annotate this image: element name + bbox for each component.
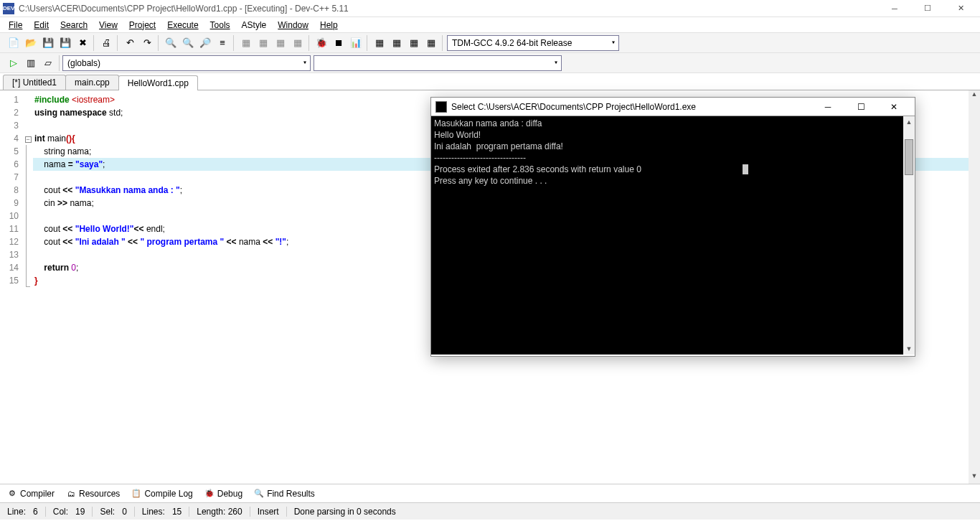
forward-icon[interactable]: ▥ <box>23 55 39 71</box>
tab-find-results[interactable]: 🔍Find Results <box>250 487 319 500</box>
menubar: File Edit Search View Project Execute To… <box>0 17 980 33</box>
tab-compiler[interactable]: ⚙Compiler <box>3 487 59 500</box>
console-scroll-thumb[interactable] <box>905 139 913 175</box>
globals-select[interactable]: (globals) <box>62 55 311 71</box>
console-title-text: Select C:\Users\ACER\Documents\CPP Proje… <box>451 102 811 112</box>
status-parse: Done parsing in 0 seconds <box>287 507 980 517</box>
editor-tabs: [*] Untitled1 main.cpp HelloWord1.cpp <box>0 73 980 90</box>
console-icon <box>435 101 447 113</box>
fold-toggle-icon[interactable]: − <box>25 136 32 143</box>
minimize-button[interactable]: ─ <box>878 0 911 17</box>
debug-icon[interactable]: 🐞 <box>314 35 329 51</box>
toolbar-main: 📄 📂 💾 💾 ✖ 🖨 ↶ ↷ 🔍 🔍 🔎 ≡ ▦ ▦ ▦ ▦ 🐞 ⏹ 📊 ▦ … <box>0 33 980 53</box>
find-files-icon[interactable]: 🔎 <box>197 35 213 51</box>
editor-scrollbar[interactable]: ▲ ▼ <box>969 90 980 484</box>
profile-icon[interactable]: 📊 <box>348 35 364 51</box>
console-minimize-button[interactable]: ─ <box>811 102 844 112</box>
close-file-icon[interactable]: ✖ <box>75 35 90 51</box>
undo-icon[interactable]: ↶ <box>122 35 138 51</box>
line-gutter: 123456789101112131415 <box>0 90 23 484</box>
cursor-icon <box>743 164 748 174</box>
gear-icon: ⚙ <box>7 489 17 499</box>
bug-icon: 🐞 <box>204 489 215 499</box>
compile-icon[interactable]: ▦ <box>238 35 254 51</box>
log-icon: 📋 <box>131 489 141 499</box>
tab-debug[interactable]: 🐞Debug <box>200 487 247 500</box>
console-scroll-down-icon[interactable]: ▼ <box>903 343 915 355</box>
tab-untitled1[interactable]: [*] Untitled1 <box>3 75 66 90</box>
menu-view[interactable]: View <box>93 19 123 32</box>
console-maximize-button[interactable]: ☐ <box>844 102 877 112</box>
open-file-icon[interactable]: 📂 <box>23 35 39 51</box>
console-output[interactable]: Masukkan nama anda : diffa Hello World! … <box>431 116 915 355</box>
console-titlebar[interactable]: Select C:\Users\ACER\Documents\CPP Proje… <box>431 98 915 116</box>
tab-compile-log[interactable]: 📋Compile Log <box>127 487 197 500</box>
run-icon[interactable]: ▦ <box>255 35 271 51</box>
save-icon[interactable]: 💾 <box>40 35 56 51</box>
close-button[interactable]: ✕ <box>944 0 977 17</box>
resource-icon: 🗂 <box>66 489 76 499</box>
status-length: Length: 260 <box>189 507 250 517</box>
tab-helloword1-cpp[interactable]: HelloWord1.cpp <box>118 75 198 90</box>
back-icon[interactable]: ▷ <box>6 55 22 71</box>
rebuild-icon[interactable]: ▦ <box>290 35 306 51</box>
status-insert: Insert <box>250 507 287 517</box>
status-col: Col: 19 <box>46 507 93 517</box>
window-title: C:\Users\ACER\Documents\CPP Project\Hell… <box>19 4 878 14</box>
goto-bookmark-icon[interactable]: ▦ <box>423 35 439 51</box>
members-select[interactable] <box>314 55 562 71</box>
console-window: Select C:\Users\ACER\Documents\CPP Proje… <box>430 97 915 357</box>
bottom-tabs: ⚙Compiler 🗂Resources 📋Compile Log 🐞Debug… <box>0 484 980 502</box>
status-lines: Lines: 15 <box>135 507 189 517</box>
menu-astyle[interactable]: AStyle <box>236 19 273 32</box>
statusbar: Line: 6 Col: 19 Sel: 0 Lines: 15 Length:… <box>0 502 980 520</box>
console-scrollbar[interactable]: ▲ ▼ <box>903 116 915 355</box>
app-icon: DEV <box>3 3 14 14</box>
replace-icon[interactable]: 🔍 <box>180 35 196 51</box>
status-line: Line: 6 <box>0 507 46 517</box>
bookmark-icon[interactable]: ▦ <box>406 35 422 51</box>
menu-window[interactable]: Window <box>272 19 314 32</box>
fold-gutter: − <box>23 90 33 484</box>
menu-tools[interactable]: Tools <box>204 19 236 32</box>
new-class-icon[interactable]: ▦ <box>372 35 387 51</box>
save-all-icon[interactable]: 💾 <box>57 35 73 51</box>
menu-project[interactable]: Project <box>123 19 161 32</box>
search-icon: 🔍 <box>254 489 264 499</box>
status-sel: Sel: 0 <box>93 507 134 517</box>
insert-icon[interactable]: ▦ <box>389 35 405 51</box>
stop-exec-icon[interactable]: ▱ <box>40 55 56 71</box>
maximize-button[interactable]: ☐ <box>911 0 944 17</box>
console-scroll-up-icon[interactable]: ▲ <box>903 116 915 128</box>
compile-run-icon[interactable]: ▦ <box>273 35 288 51</box>
menu-search[interactable]: Search <box>55 19 93 32</box>
redo-icon[interactable]: ↷ <box>139 35 155 51</box>
menu-execute[interactable]: Execute <box>161 19 204 32</box>
menu-edit[interactable]: Edit <box>28 19 55 32</box>
compiler-select[interactable]: TDM-GCC 4.9.2 64-bit Release <box>447 35 619 51</box>
menu-help[interactable]: Help <box>314 19 344 32</box>
find-icon[interactable]: 🔍 <box>163 35 179 51</box>
print-icon[interactable]: 🖨 <box>98 35 114 51</box>
titlebar: DEV C:\Users\ACER\Documents\CPP Project\… <box>0 0 980 17</box>
tab-resources[interactable]: 🗂Resources <box>62 487 124 500</box>
stop-icon[interactable]: ⏹ <box>331 35 347 51</box>
goto-icon[interactable]: ≡ <box>215 35 230 51</box>
tab-main-cpp[interactable]: main.cpp <box>65 75 119 90</box>
toolbar-secondary: ▷ ▥ ▱ (globals) <box>0 53 980 73</box>
console-close-button[interactable]: ✕ <box>877 102 910 112</box>
scroll-down-icon[interactable]: ▼ <box>969 472 980 484</box>
new-file-icon[interactable]: 📄 <box>6 35 22 51</box>
scroll-up-icon[interactable]: ▲ <box>969 90 980 102</box>
menu-file[interactable]: File <box>3 19 28 32</box>
